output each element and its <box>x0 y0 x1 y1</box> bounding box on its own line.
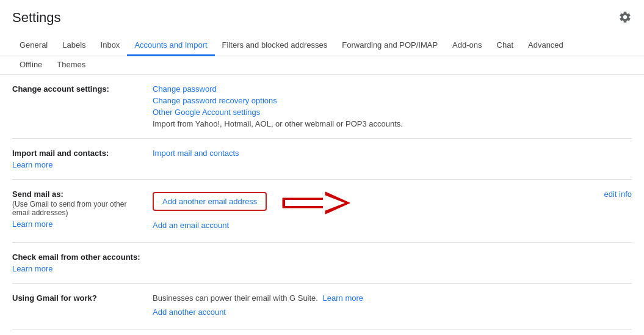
nav-tabs-row2: Offline Themes <box>0 56 644 75</box>
import-note: Import from Yahoo!, Hotmail, AOL, or oth… <box>153 119 403 128</box>
tab-chat[interactable]: Chat <box>490 35 521 56</box>
add-email-account-link[interactable]: Add an email account <box>153 221 632 230</box>
tab-forwarding[interactable]: Forwarding and POP/IMAP <box>335 35 445 56</box>
settings-value-check-email <box>153 252 632 273</box>
settings-gear-icon[interactable] <box>618 10 632 26</box>
check-email-learn-more-link[interactable]: Learn more <box>12 264 140 273</box>
settings-label-send-mail: Send mail as: (Use Gmail to send from yo… <box>12 190 153 232</box>
settings-row-grant-access: Grant access to your account: (Allow oth… <box>12 329 632 335</box>
tab-accounts-import[interactable]: Accounts and Import <box>127 35 214 56</box>
change-password-link[interactable]: Change password <box>153 84 632 94</box>
import-mail-contacts-link[interactable]: Import mail and contacts <box>153 149 632 158</box>
settings-value-gmail-work: Businesses can power their email with G … <box>153 293 632 319</box>
settings-row-send-mail: Send mail as: (Use Gmail to send from yo… <box>12 180 632 243</box>
settings-row-check-email: Check email from other accounts: Learn m… <box>12 243 632 284</box>
settings-row-gmail-work: Using Gmail for work? Businesses can pow… <box>12 284 632 329</box>
settings-value-import-mail: Import mail and contacts <box>153 149 632 169</box>
tab-themes[interactable]: Themes <box>49 56 93 75</box>
tab-advanced[interactable]: Advanced <box>521 35 571 56</box>
settings-row-import-mail: Import mail and contacts: Learn more Imp… <box>12 139 632 180</box>
edit-info-link[interactable]: edit info <box>604 190 632 199</box>
import-mail-learn-more-link[interactable]: Learn more <box>12 160 140 169</box>
add-email-annotation: Add another email address <box>153 190 632 218</box>
settings-label-import-mail: Import mail and contacts: Learn more <box>12 149 153 169</box>
send-mail-learn-more-link[interactable]: Learn more <box>12 219 140 229</box>
other-google-link[interactable]: Other Google Account settings <box>153 108 632 117</box>
settings-label-change-account: Change account settings: <box>12 84 153 128</box>
nav-tabs-row1: General Labels Inbox Accounts and Import… <box>0 31 644 56</box>
change-recovery-link[interactable]: Change password recovery options <box>153 96 632 105</box>
add-another-email-button[interactable]: Add another email address <box>153 192 267 211</box>
settings-label-check-email: Check email from other accounts: Learn m… <box>12 252 153 273</box>
tab-filters[interactable]: Filters and blocked addresses <box>215 35 335 56</box>
settings-value-change-account: Change password Change password recovery… <box>153 84 632 128</box>
settings-value-send-mail: Add another email address Add an email a… <box>153 190 632 232</box>
add-another-account-link[interactable]: Add another account <box>153 307 632 317</box>
settings-row-change-account: Change account settings: Change password… <box>12 75 632 139</box>
send-mail-sublabel: (Use Gmail to send from your other email… <box>12 200 140 217</box>
tab-addons[interactable]: Add-ons <box>445 35 489 56</box>
red-arrow-annotation <box>277 190 350 218</box>
tab-inbox[interactable]: Inbox <box>93 35 128 56</box>
tab-labels[interactable]: Labels <box>55 35 93 56</box>
tab-offline[interactable]: Offline <box>12 56 49 75</box>
gmail-work-note: Businesses can power their email with G … <box>153 293 318 303</box>
settings-label-gmail-work: Using Gmail for work? <box>12 293 153 319</box>
header: Settings <box>0 0 644 26</box>
tab-general[interactable]: General <box>12 35 55 56</box>
settings-content: Change account settings: Change password… <box>0 75 644 335</box>
page-title: Settings <box>12 10 61 26</box>
gmail-work-learn-more-link[interactable]: Learn more <box>323 293 363 303</box>
